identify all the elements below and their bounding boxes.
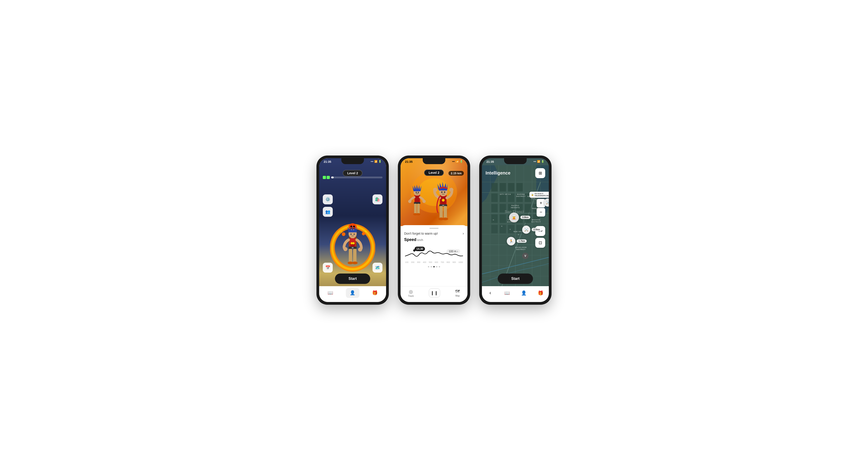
nav-item-gift-1[interactable]: 🎁	[368, 288, 382, 298]
svg-point-39	[423, 200, 426, 203]
distance-2-5: 2.5km	[532, 228, 541, 231]
time-3: 21:35	[487, 160, 494, 163]
svg-rect-33	[414, 202, 421, 204]
marker-bubble-2: ⚔️	[522, 225, 530, 234]
store-button[interactable]: 🛍️	[373, 194, 382, 204]
svg-point-25	[352, 242, 355, 244]
calendar-button[interactable]: 📅	[323, 263, 333, 273]
svg-point-43	[444, 191, 445, 192]
level-badge-2: Level 2	[424, 170, 444, 176]
book-icon-1: 📖	[328, 290, 333, 296]
page-dot-4	[436, 266, 437, 268]
speed-unit: km/h	[417, 239, 423, 242]
start-button-1[interactable]: Start	[335, 274, 370, 284]
notch-1	[341, 158, 364, 164]
svg-point-3	[340, 231, 342, 233]
intel-header: Intelligence ⊞	[486, 168, 545, 178]
social-button[interactable]: 👥	[323, 207, 333, 217]
layers-icon: ⊞	[539, 171, 542, 176]
svg-point-31	[418, 192, 419, 193]
nav-back[interactable]: ‹	[485, 288, 496, 298]
map-icon-2: 🗺	[455, 289, 460, 294]
distance-1-7: 1.7km	[517, 239, 527, 243]
marker-1-7km: 🏃 1.7km	[507, 237, 527, 245]
character-1	[330, 198, 375, 277]
excelsior-district: EXCELSIORDISTRICT	[514, 246, 528, 250]
svg-rect-77	[517, 183, 523, 191]
svg-point-37	[416, 213, 420, 215]
speed-text: Speed	[404, 237, 416, 242]
svg-point-53	[433, 188, 437, 192]
svg-rect-17	[352, 247, 353, 248]
speed-chart: 14.30 100 200 300 400 500 600 700 800 90…	[404, 244, 464, 264]
nav-track[interactable]: ◎ Track	[408, 289, 414, 297]
phone-3-screen: San Franci 👁 👁 👁 👁 MARINADISTRICT PACIFI…	[482, 158, 549, 302]
svg-rect-74	[491, 183, 498, 191]
wifi-icon: 📶	[374, 160, 377, 163]
marker-2-5km: ⚔️ 2.5km	[522, 225, 541, 234]
svg-point-30	[416, 192, 417, 193]
gift-icon-1: 🎁	[372, 290, 378, 296]
signal-icon-3: ▪▪▪	[533, 160, 536, 163]
zoom-out-button[interactable]: −	[537, 208, 545, 217]
bottom-nav-3: ‹ 📖 👤 🎁	[482, 286, 549, 302]
svg-point-52	[442, 217, 448, 220]
svg-point-8	[353, 225, 355, 227]
svg-text:👁: 👁	[501, 225, 503, 227]
svg-point-23	[358, 247, 362, 252]
lock-icon: 🔒	[531, 193, 534, 196]
xp-bar	[331, 177, 382, 178]
signal-icon-2: ▪▪▪	[452, 160, 455, 163]
nav-gift-3[interactable]: 🎁	[535, 288, 546, 298]
drag-handle[interactable]	[430, 228, 438, 229]
svg-rect-32	[415, 195, 419, 203]
marker-telegraph-hill: 🔒 On level 3TELEGRAPH HILL ⚔️	[529, 192, 549, 207]
nav-book-3[interactable]: 📖	[501, 288, 513, 298]
nav-item-profile-1[interactable]: 👤	[346, 288, 360, 298]
svg-text:👁: 👁	[518, 234, 520, 236]
page-dot-3	[433, 266, 435, 268]
nav-profile-3[interactable]: 👤	[518, 288, 529, 298]
battery-icon-3: 🔋	[541, 160, 544, 163]
distance-3-8: 3.8km	[520, 216, 530, 219]
notch-3	[504, 158, 527, 164]
speed-section: Don't forget to warm up! › Speed km/h 10…	[401, 225, 467, 286]
intel-title: Intelligence	[486, 171, 510, 176]
svg-point-2	[342, 233, 345, 236]
layers-button[interactable]: ⊞	[535, 168, 545, 178]
page-dot-5	[439, 266, 440, 268]
hp-dot-2	[327, 176, 330, 179]
distance-badge: 2.15 km	[448, 171, 464, 176]
profile-icon-1: 👤	[350, 290, 355, 296]
nav-item-book-1[interactable]: 📖	[323, 288, 337, 298]
weapon-icon-2: ⚔️	[524, 228, 528, 232]
svg-rect-76	[508, 183, 515, 191]
speed-label: Speed km/h	[404, 237, 464, 242]
profile-icon-3: 👤	[521, 290, 527, 296]
svg-rect-89	[491, 214, 498, 223]
status-icons-1: ▪▪▪ 📶 🔋	[371, 160, 381, 163]
svg-rect-78	[491, 193, 498, 202]
svg-rect-83	[491, 204, 498, 212]
svg-rect-90	[500, 214, 506, 223]
main-container: 21:35 ▪▪▪ 📶 🔋 Level 2 ⚙️	[307, 147, 561, 314]
settings-button[interactable]: ⚙️	[323, 194, 333, 204]
svg-point-54	[449, 188, 453, 192]
back-icon: ‹	[489, 290, 491, 296]
svg-point-11	[350, 234, 352, 235]
mission-district: MISSIONDISTRICT	[530, 219, 542, 223]
track-label: Track	[408, 295, 414, 297]
svg-rect-96	[500, 225, 506, 233]
warmup-arrow[interactable]: ›	[463, 232, 464, 236]
frame-button[interactable]: ⊡	[535, 238, 545, 248]
book-icon-3: 📖	[504, 290, 510, 296]
nav-map[interactable]: 🗺 Map	[455, 289, 460, 297]
character-icon-2: 🏃	[509, 239, 513, 243]
v-marker: V	[522, 253, 528, 259]
nav-pause[interactable]: ❙❙	[429, 288, 440, 298]
marker-bubble-1: 🧝	[509, 213, 519, 222]
svg-point-22	[343, 247, 347, 251]
start-button-3[interactable]: Start	[498, 274, 533, 284]
frame-icon: ⊡	[539, 240, 542, 245]
map-button[interactable]: 🗺️	[373, 263, 382, 273]
